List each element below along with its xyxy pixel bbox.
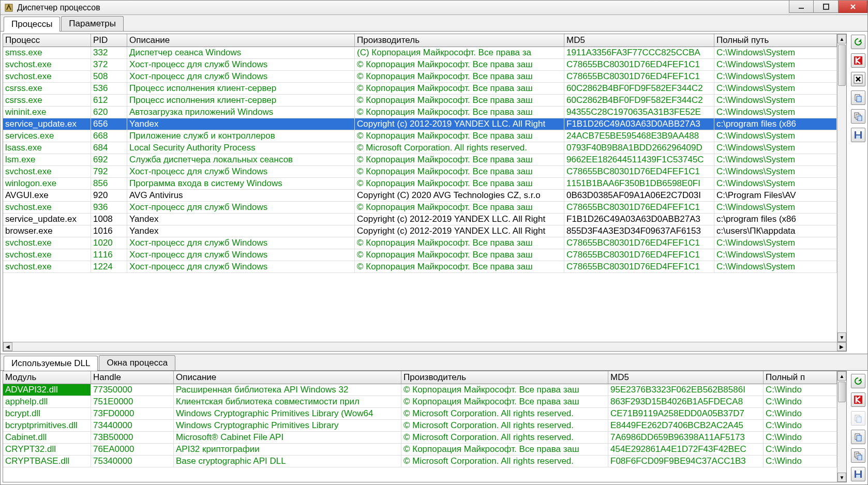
table-cell: c:\users\ПК\appdata: [714, 225, 837, 237]
vertical-scrollbar[interactable]: ▲ ▼: [837, 371, 846, 482]
table-cell: © Корпорация Майкрософт. Все права заш: [355, 130, 564, 142]
table-cell: CRYPT32.dll: [3, 444, 91, 455]
table-cell: C:\Windo: [764, 444, 837, 455]
table-row[interactable]: apphelp.dll751E0000Клиентская библиотека…: [3, 396, 837, 408]
table-row[interactable]: CRYPT32.dll76EA0000API32 криптографии© К…: [3, 444, 837, 456]
table-cell: Хост-процесс для служб Windows: [127, 249, 355, 261]
table-cell: E8449FE262D7406BCB2AC2A45: [608, 420, 764, 431]
table-row[interactable]: csrss.exe612Процесс исполнения клиент-се…: [3, 95, 837, 107]
table-row[interactable]: svchost.exe792Хост-процесс для служб Win…: [3, 166, 837, 178]
table-row[interactable]: svchost.exe1116Хост-процесс для служб Wi…: [3, 249, 837, 261]
table-row[interactable]: csrss.exe536Процесс исполнения клиент-се…: [3, 83, 837, 95]
table-cell: © Корпорация Майкрософт. Все права заш: [355, 71, 564, 82]
table-row[interactable]: svchost.exe372Хост-процесс для служб Win…: [3, 59, 837, 71]
maximize-button[interactable]: [814, 1, 839, 13]
table-cell: Copyright (c) 2012-2019 YANDEX LLC. All …: [355, 118, 564, 130]
scroll-up-icon[interactable]: ▲: [837, 371, 846, 381]
table-cell: C:\Windows\System: [714, 47, 837, 58]
column-header[interactable]: Процесс: [3, 34, 91, 47]
table-cell: 77350000: [91, 384, 174, 396]
column-header[interactable]: Производитель: [355, 34, 564, 47]
table-cell: 656: [91, 118, 127, 130]
table-cell: © Корпорация Майкрософт. Все права заш: [355, 166, 564, 177]
vertical-scrollbar[interactable]: ▲ ▼: [837, 34, 846, 342]
dll-table[interactable]: МодульHandleОписаниеПроизводительMD5Полн…: [3, 371, 837, 467]
table-cell: Хост-процесс для служб Windows: [127, 237, 355, 249]
table-row[interactable]: bcrypt.dll73FD0000Windows Cryptographic …: [3, 408, 837, 420]
table-row[interactable]: svchost.exe508Хост-процесс для служб Win…: [3, 71, 837, 83]
column-header[interactable]: Производитель: [401, 371, 608, 384]
tab-main-1[interactable]: Параметры: [61, 16, 124, 31]
scroll-down-icon[interactable]: ▼: [837, 332, 846, 342]
column-header[interactable]: MD5: [564, 34, 714, 47]
table-cell: C:\Windows\System: [714, 107, 837, 118]
table-cell: C78655BC80301D76ED4FEF1C1: [564, 71, 714, 82]
tab-main-0[interactable]: Процессы: [4, 17, 60, 32]
table-cell: Local Security Authority Process: [127, 142, 355, 154]
column-header[interactable]: PID: [91, 34, 127, 47]
save-icon[interactable]: [851, 467, 865, 481]
column-header[interactable]: Модуль: [3, 371, 91, 384]
refresh-icon[interactable]: [851, 35, 865, 49]
table-row[interactable]: svchost.exe1020Хост-процесс для служб Wi…: [3, 237, 837, 249]
scroll-thumb[interactable]: [838, 44, 846, 86]
scroll-up-icon[interactable]: ▲: [837, 34, 846, 43]
table-row[interactable]: lsass.exe684Local Security Authority Pro…: [3, 142, 837, 154]
save-icon[interactable]: [851, 128, 865, 142]
table-row[interactable]: svchost.exe936Хост-процесс для служб Win…: [3, 202, 837, 214]
table-row[interactable]: services.exe668Приложение служб и контро…: [3, 130, 837, 142]
table-cell: C:\Windows\System: [714, 59, 837, 70]
svg-rect-3: [854, 56, 862, 65]
table-row[interactable]: wininit.exe620Автозагрузка приложений Wi…: [3, 107, 837, 118]
horizontal-scrollbar[interactable]: ◀ ▶: [3, 342, 846, 351]
table-cell: © Корпорация Майкрософт. Все права заш: [401, 384, 608, 396]
table-cell: 1224: [91, 261, 127, 272]
svg-rect-2: [824, 4, 829, 9]
close-button[interactable]: [839, 1, 867, 13]
table-row[interactable]: CRYPTBASE.dll75340000Base cryptographic …: [3, 456, 837, 467]
table-cell: © Корпорация Майкрософт. Все права заш: [355, 249, 564, 261]
process-table[interactable]: ПроцессPIDОписаниеПроизводительMD5Полный…: [3, 34, 837, 273]
kaspersky-icon[interactable]: [851, 392, 865, 407]
scroll-right-icon[interactable]: ▶: [837, 342, 846, 351]
table-cell: services.exe: [3, 130, 91, 142]
table-row[interactable]: service_update.ex1008YandexCopyright (c)…: [3, 214, 837, 225]
table-row[interactable]: lsm.exe692Служба диспетчера локальных се…: [3, 154, 837, 166]
column-header[interactable]: Описание: [127, 34, 355, 47]
copy-icon[interactable]: [851, 430, 865, 444]
table-row[interactable]: ADVAPI32.dll77350000Расширенная библиоте…: [3, 384, 837, 396]
column-header[interactable]: Полный путь: [714, 34, 837, 47]
copy-all-icon[interactable]: [851, 448, 865, 463]
column-header[interactable]: Handle: [91, 371, 174, 384]
scroll-down-icon[interactable]: ▼: [837, 473, 846, 482]
table-cell: C:\Program Files\AV: [714, 190, 837, 201]
table-cell: 620: [91, 107, 127, 118]
table-row[interactable]: browser.exe1016YandexCopyright (c) 2012-…: [3, 225, 837, 237]
tab-detail-0[interactable]: Используемые DLL: [4, 356, 98, 371]
table-cell: 936: [91, 202, 127, 213]
scroll-left-icon[interactable]: ◀: [3, 342, 12, 351]
refresh-icon[interactable]: [851, 374, 865, 388]
table-cell: C:\Windo: [764, 408, 837, 419]
table-row[interactable]: winlogon.exe856Программа входа в систему…: [3, 178, 837, 190]
column-header[interactable]: Полный п: [764, 371, 837, 384]
minimize-button[interactable]: [789, 1, 814, 13]
table-row[interactable]: smss.exe332Диспетчер сеанса Windows(C) К…: [3, 47, 837, 59]
kaspersky-icon[interactable]: [851, 53, 865, 68]
scroll-thumb[interactable]: [838, 382, 846, 402]
app-icon: [4, 3, 14, 13]
svg-rect-12: [856, 135, 860, 139]
table-cell: C:\Windows\System: [714, 249, 837, 261]
tab-detail-1[interactable]: Окна процесса: [99, 355, 175, 370]
table-row[interactable]: Cabinet.dll73B50000Microsoft® Cabinet Fi…: [3, 432, 837, 444]
table-row[interactable]: AVGUI.exe920AVG AntivirusCopyright (C) 2…: [3, 190, 837, 202]
titlebar[interactable]: Диспетчер процессов: [1, 1, 867, 15]
column-header[interactable]: Описание: [174, 371, 401, 384]
table-row[interactable]: bcryptprimitives.dll73440000Windows Cryp…: [3, 420, 837, 432]
column-header[interactable]: MD5: [608, 371, 764, 384]
copy-all-icon[interactable]: [851, 109, 865, 124]
table-row[interactable]: service_update.ex656YandexCopyright (c) …: [3, 118, 837, 130]
close-x-icon[interactable]: [851, 72, 865, 86]
table-row[interactable]: svchost.exe1224Хост-процесс для служб Wi…: [3, 261, 837, 273]
copy-icon[interactable]: [851, 90, 865, 105]
